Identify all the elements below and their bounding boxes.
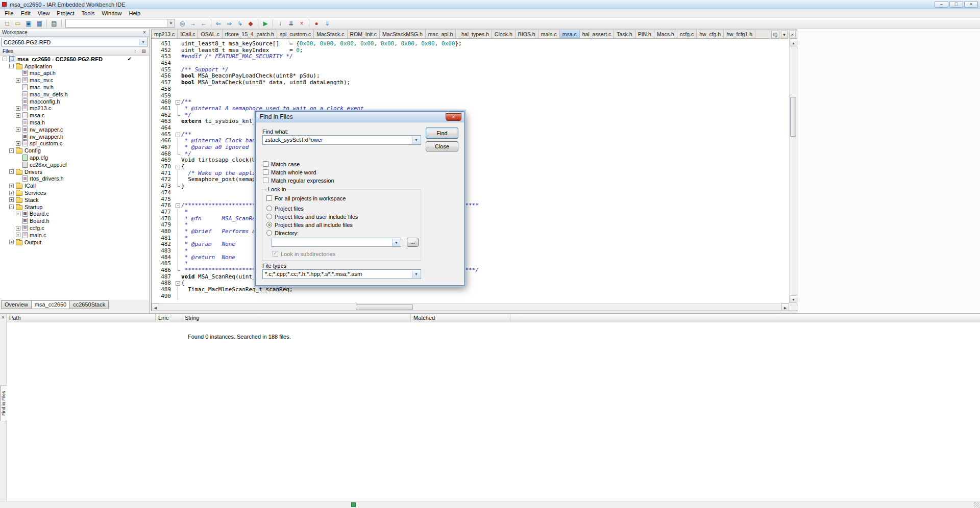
sort-files-icon[interactable]: ↕ <box>132 48 138 55</box>
toggle-bookmark-icon[interactable]: ◆ <box>246 19 256 28</box>
code-line[interactable]: 453#endif /* FEATURE_MAC_SECURITY */ <box>152 54 789 60</box>
save-all-icon[interactable]: ▦ <box>34 19 44 28</box>
tree-item-config[interactable]: -Config <box>0 147 149 154</box>
code-line[interactable]: 487void MSA_ScanReq(uint_lea <box>152 274 789 281</box>
code-line[interactable]: 459 <box>152 93 789 99</box>
chevron-down-icon[interactable]: ▼ <box>412 136 420 144</box>
expand-icon[interactable]: + <box>16 226 20 231</box>
menu-edit[interactable]: Edit <box>17 10 34 17</box>
code-line[interactable]: 473} <box>152 183 789 190</box>
tree-item-app-cfg[interactable]: app.cfg <box>0 154 149 161</box>
horizontal-scroll-thumb[interactable] <box>356 304 413 310</box>
tree-item-mac-nv-c[interactable]: +mac_nv.c <box>0 77 149 84</box>
menu-view[interactable]: View <box>34 10 54 17</box>
vertical-scrollbar[interactable]: ▲ ▼ <box>789 39 797 303</box>
code-line[interactable]: 474 <box>152 190 789 196</box>
editor-tab-macs-h[interactable]: Macs.h <box>654 30 677 38</box>
fold-collapse-icon[interactable]: - <box>176 100 180 105</box>
menu-help[interactable]: Help <box>125 10 144 17</box>
code-line[interactable]: 483 * <box>152 248 789 255</box>
expand-icon[interactable]: + <box>16 78 20 83</box>
editor-tab-pin-h[interactable]: PIN.h <box>635 30 654 38</box>
scroll-down-icon[interactable]: ▼ <box>790 295 797 303</box>
goto-bookmark-icon[interactable]: ↳ <box>235 19 245 28</box>
code-line[interactable]: 481 * <box>152 235 789 242</box>
file-types-combo[interactable]: *.c;*.cpp;*.cc;*.h;*.hpp;*.s*;*.msa;*.as… <box>262 269 421 279</box>
tree-item-msa-c[interactable]: +msa.c <box>0 112 149 119</box>
print-icon[interactable]: ▤ <box>49 19 59 28</box>
columns-options-icon[interactable]: ▤ <box>140 48 147 55</box>
editor-tab-icall-c[interactable]: ICall.c <box>178 30 198 38</box>
titlebar[interactable]: msa_cc2650 - IAR Embedded Workbench IDE … <box>0 0 980 9</box>
debug-icon[interactable]: ● <box>311 19 322 28</box>
expand-icon[interactable]: + <box>16 113 20 118</box>
tree-item-macconfig-h[interactable]: macconfig.h <box>0 98 149 105</box>
radio-directory[interactable]: Directory: <box>266 230 358 236</box>
editor-tab-bios-h[interactable]: BIOS.h <box>516 30 538 38</box>
radio-project-files-and-all-include-files[interactable]: Project files and all include files <box>266 221 358 228</box>
code-line[interactable]: 454 <box>152 60 789 67</box>
expand-icon[interactable]: + <box>16 127 20 132</box>
code-line[interactable]: 476-/***********************************… <box>152 202 789 209</box>
editor-tab-rfcore-15-4-patch-h[interactable]: rfcore_15_4_patch.h <box>223 30 277 38</box>
expand-icon[interactable]: + <box>16 106 20 111</box>
fold-collapse-icon[interactable]: - <box>176 204 180 208</box>
tree-item-startup[interactable]: -Startup <box>0 204 149 211</box>
tree-item-drivers[interactable]: -Drivers <box>0 168 149 175</box>
tree-item-nv-wrapper-c[interactable]: +nv_wrapper.c <box>0 126 149 133</box>
minimize-button[interactable]: – <box>935 1 948 8</box>
code-line[interactable]: 484 * @return None <box>152 255 789 261</box>
expand-icon[interactable]: + <box>9 240 14 244</box>
browse-directory-button[interactable]: ... <box>407 238 419 247</box>
editor-tab-mp213-c[interactable]: mp213.c <box>152 30 178 38</box>
compile-icon[interactable]: ↓ <box>275 19 285 28</box>
tree-item-board-h[interactable]: Board.h <box>0 217 149 224</box>
chevron-down-icon[interactable]: ▼ <box>167 19 175 27</box>
tree-item-mac-nv-defs-h[interactable]: mac_nv_defs.h <box>0 91 149 98</box>
tree-item-output[interactable]: +Output <box>0 239 149 246</box>
editor-tab-hw-fcfg1-h[interactable]: hw_fcfg1.h <box>724 30 755 38</box>
radio-project-files-and-user-include-files[interactable]: Project files and user include files <box>266 213 358 220</box>
code-line[interactable]: 478 * @fn MSA_ScanReq() <box>152 216 789 222</box>
menu-project[interactable]: Project <box>53 10 78 17</box>
fold-collapse-icon[interactable]: - <box>176 281 180 286</box>
quick-search-combo[interactable]: ▼ <box>65 19 175 28</box>
chevron-down-icon[interactable]: ▼ <box>139 39 147 45</box>
expand-icon[interactable]: + <box>9 197 14 202</box>
results-column-line[interactable]: Line <box>156 314 182 322</box>
menu-tools[interactable]: Tools <box>78 10 99 17</box>
expand-icon[interactable]: + <box>9 184 14 188</box>
code-line[interactable]: 489 Timac_MacMlmeScanReq_t scanReq; <box>152 287 789 293</box>
editor-tab-clock-h[interactable]: Clock.h <box>492 30 516 38</box>
make-icon[interactable]: ⇊ <box>286 19 296 28</box>
tree-item-mac-api-h[interactable]: mac_api.h <box>0 70 149 77</box>
expand-icon[interactable]: + <box>16 233 20 237</box>
tree-item-main-c[interactable]: +main.c <box>0 232 149 239</box>
code-line[interactable]: 480 * @brief Performs acti <box>152 228 789 235</box>
code-line[interactable]: 467 * @param a0 ignored <box>152 144 789 151</box>
configuration-selector[interactable]: CC2650-PG2-RFD ▼ <box>1 38 148 46</box>
stop-build-icon[interactable]: × <box>297 19 307 28</box>
code-line[interactable]: 469Void tirtosapp_clock(UArg <box>152 157 789 164</box>
tree-item-stack[interactable]: +Stack <box>0 196 149 204</box>
checkbox-match-whole-word[interactable]: Match whole word <box>263 169 334 175</box>
dialog-titlebar[interactable]: Find in Files <box>256 112 464 122</box>
tree-item-rtos-drivers-h[interactable]: rtos_drivers.h <box>0 175 149 183</box>
scroll-up-icon[interactable]: ▲ <box>790 39 797 46</box>
results-column-string[interactable]: String <box>182 314 411 322</box>
dialog-close-button[interactable]: × <box>446 113 461 121</box>
download-debug-icon[interactable]: ⇓ <box>322 19 332 28</box>
collapse-icon[interactable]: - <box>9 169 14 174</box>
editor-tab-osal-c[interactable]: OSAL.c <box>198 30 222 38</box>
code-line[interactable]: 472 Semaphore_post(semaphor <box>152 176 789 183</box>
editor-tab-hal-types-h[interactable]: _hal_types.h <box>456 30 492 38</box>
find-next-icon[interactable]: → <box>188 19 198 28</box>
code-line[interactable]: 482 * @param None <box>152 241 789 248</box>
tree-item-mac-nv-h[interactable]: mac_nv.h <box>0 84 149 91</box>
editor-tab-task-h[interactable]: Task.h <box>614 30 635 38</box>
maximize-button[interactable]: □ <box>949 1 963 8</box>
tree-item-nv-wrapper-h[interactable]: nv_wrapper.h <box>0 133 149 140</box>
collapse-icon[interactable]: - <box>9 205 14 209</box>
results-column-path[interactable]: Path <box>7 314 156 322</box>
menu-file[interactable]: File <box>1 10 17 17</box>
